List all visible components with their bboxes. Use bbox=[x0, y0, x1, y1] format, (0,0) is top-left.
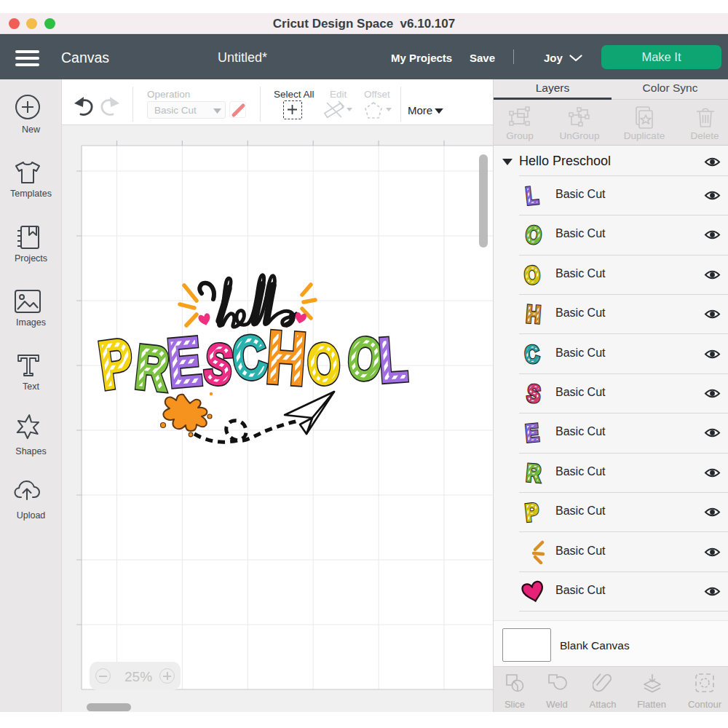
svg-text:L: L bbox=[377, 325, 409, 395]
svg-text:S: S bbox=[526, 380, 542, 407]
svg-text:E: E bbox=[165, 323, 204, 400]
svg-text:H: H bbox=[264, 315, 309, 400]
svg-text:R: R bbox=[526, 459, 542, 486]
svg-text:E: E bbox=[524, 419, 539, 446]
svg-text:C: C bbox=[523, 340, 540, 367]
svg-text:O: O bbox=[523, 261, 541, 288]
svg-text:C: C bbox=[230, 323, 270, 392]
svg-text:H: H bbox=[526, 301, 542, 328]
svg-text:P: P bbox=[524, 499, 540, 526]
svg-text:O: O bbox=[525, 221, 542, 248]
svg-text:O: O bbox=[305, 331, 342, 396]
svg-text:L: L bbox=[525, 182, 539, 209]
